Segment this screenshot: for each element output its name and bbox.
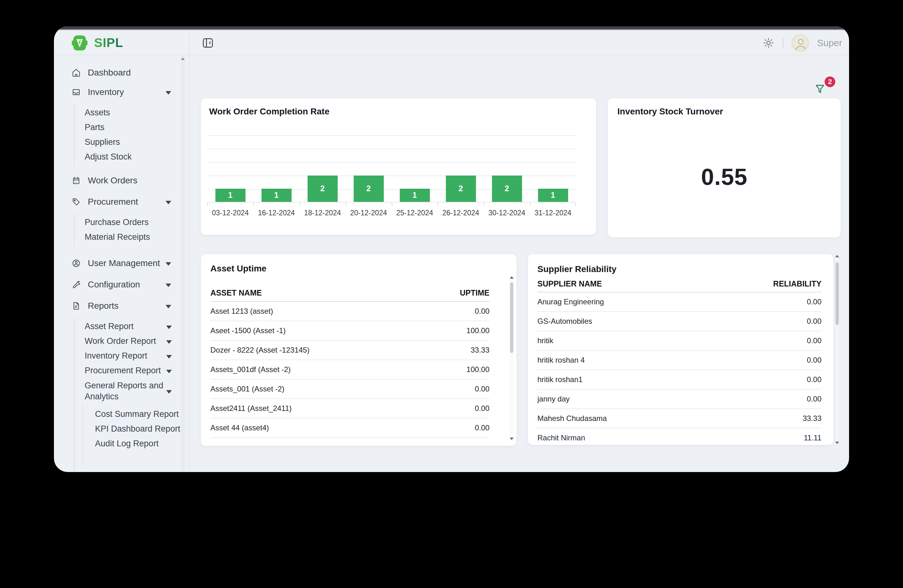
brand: SIPL (54, 34, 189, 52)
supplier-reliability-card: Supplier Reliability SUPPLIER NAME RELIA… (528, 254, 834, 445)
sidebar-item-inventory[interactable]: Inventory (54, 85, 189, 100)
scrollbar-thumb[interactable] (835, 263, 839, 325)
x-tick-label: 30-12-2024 (484, 209, 530, 217)
user-circle-icon (71, 259, 81, 268)
sidebar-item-material-receipts[interactable]: Material Receipts (75, 230, 189, 244)
sidebar-item-label: Inventory (88, 87, 124, 97)
asset-uptime-table: ASSET NAME UPTIME Asset 1213 (asset)0.00… (211, 284, 489, 438)
bar: 2 (354, 176, 384, 202)
bar-chart-plot: 1 1 2 2 1 2 2 1 (207, 135, 576, 203)
header-separator (783, 38, 783, 48)
main-content: 2 Work Order Completion Rate 1 1 2 2 1 2… (190, 56, 849, 472)
sidebar-item-purchase-orders[interactable]: Purchase Orders (75, 215, 189, 230)
bar-value-label: 1 (274, 190, 279, 200)
settings-gear-icon[interactable] (763, 37, 774, 49)
asset-table-scrollbar[interactable] (510, 275, 514, 441)
bar: 1 (538, 189, 568, 202)
x-tick-label: 25-12-2024 (392, 209, 438, 217)
turnover-value: 0.55 (608, 164, 841, 190)
scroll-down-icon[interactable] (510, 437, 514, 440)
sidebar-item-work-order-report[interactable]: Work Order Report (75, 334, 189, 349)
chevron-down-icon (166, 355, 172, 358)
sidebar-item-procurement-report[interactable]: Procurement Report (75, 363, 189, 378)
sidebar-item-user-management[interactable]: User Management (54, 256, 189, 271)
sidebar-item-assets[interactable]: Assets (75, 105, 189, 120)
sidebar-item-label: Work Order Report (85, 336, 156, 346)
table-row: Rachit Nirman11.11 (537, 428, 821, 445)
bar-value-label: 2 (459, 184, 463, 193)
scroll-up-icon[interactable] (835, 255, 839, 257)
chevron-down-icon (166, 325, 172, 329)
chevron-down-icon (165, 91, 171, 95)
sidebar-item-kpi-dashboard-report[interactable]: KPI Dashboard Report (83, 421, 189, 436)
filter-badge: 2 (824, 77, 835, 87)
card-title: Supplier Reliability (537, 264, 834, 274)
sidebar-item-audit-log-report[interactable]: Audit Log Report (83, 436, 189, 451)
chevron-down-icon (165, 284, 171, 287)
supplier-panel-scrollbar[interactable] (835, 254, 840, 445)
brand-name: SIPL (94, 36, 123, 50)
x-axis-ticks (207, 203, 576, 206)
scroll-down-icon[interactable] (835, 442, 839, 444)
table-row: GS-Automobiles0.00 (537, 312, 821, 331)
table-row: Aseet -1500 (Asset -1)100.00 (211, 321, 489, 341)
user-avatar[interactable] (791, 34, 809, 52)
x-tick-label: 03-12-2024 (207, 209, 253, 217)
app-header: SIPL Super (54, 31, 849, 55)
chevron-down-icon (165, 305, 171, 308)
sidebar-item-configuration[interactable]: Configuration (54, 277, 189, 292)
table-row: Asset2411 (Asset_2411)0.00 (211, 399, 489, 418)
chevron-down-icon (166, 390, 172, 394)
column-header: SUPPLIER NAME (537, 279, 602, 288)
bar: 1 (261, 189, 292, 202)
chevron-down-icon (166, 369, 172, 373)
table-row: Assets_001df (Asset -2)100.00 (211, 360, 489, 380)
sidebar-item-asset-report[interactable]: Asset Report (75, 319, 189, 334)
header-actions: Super (763, 34, 849, 52)
x-axis-labels: 03-12-2024 16-12-2024 18-12-2024 20-12-2… (207, 209, 576, 217)
bar-value-label: 1 (413, 190, 417, 200)
sidebar-item-adjust-stock[interactable]: Adjust Stock (75, 149, 189, 164)
sidebar-item-dashboard[interactable]: Dashboard (54, 65, 189, 80)
chevron-down-icon (165, 263, 171, 266)
sidebar-item-general-reports[interactable]: General Reports and Analytics (75, 378, 189, 404)
user-name[interactable]: Super (817, 38, 842, 48)
app-window: SIPL Super Das (54, 26, 849, 472)
sidebar-item-parts[interactable]: Parts (75, 120, 189, 135)
sidebar-item-inventory-report[interactable]: Inventory Report (75, 349, 189, 363)
chevron-down-icon (166, 340, 172, 344)
table-row: hritik roshan 40.00 (537, 351, 821, 370)
document-icon (71, 301, 81, 311)
scroll-up-icon[interactable] (510, 276, 514, 279)
x-tick-label: 26-12-2024 (438, 209, 484, 217)
scrollbar-thumb[interactable] (510, 282, 513, 353)
sidebar-item-label: Inventory Report (85, 351, 147, 361)
sidebar-item-procurement[interactable]: Procurement (54, 194, 189, 209)
bar-value-label: 2 (321, 184, 325, 193)
home-icon (71, 68, 81, 77)
filter-button[interactable]: 2 (813, 77, 835, 97)
brand-logo-icon (71, 34, 88, 52)
table-row: Assets_001 (Asset -2)0.00 (211, 380, 489, 399)
sidebar-collapse-button[interactable] (203, 38, 213, 48)
sidebar-item-cost-summary-report[interactable]: Cost Summary Report (83, 407, 189, 421)
inventory-stock-turnover-card: Inventory Stock Turnover 0.55 (608, 98, 841, 237)
table-row: hritik0.00 (537, 331, 821, 351)
bar: 2 (308, 176, 338, 202)
sidebar-item-label: User Management (88, 258, 160, 268)
tag-icon (71, 197, 81, 206)
bar-value-label: 1 (551, 190, 555, 200)
sidebar-item-suppliers[interactable]: Suppliers (75, 135, 189, 149)
sidebar-item-label: Configuration (88, 280, 140, 289)
sidebar-item-work-orders[interactable]: Work Orders (54, 173, 189, 188)
table-row: hritik roshan10.00 (537, 370, 821, 390)
bar-value-label: 2 (367, 184, 371, 193)
sidebar-item-reports[interactable]: Reports (54, 299, 189, 313)
sidebar-item-label: Work Orders (88, 176, 137, 186)
sidebar: Dashboard Inventory Assets Parts Supplie… (54, 56, 189, 472)
bar: 1 (216, 189, 245, 202)
sidebar-item-label: General Reports and Analytics (85, 380, 167, 402)
supplier-reliability-table: SUPPLIER NAME RELIABILITY Anurag Enginee… (537, 275, 821, 445)
bar: 1 (400, 189, 430, 202)
sidebar-item-label: Procurement (88, 197, 138, 207)
